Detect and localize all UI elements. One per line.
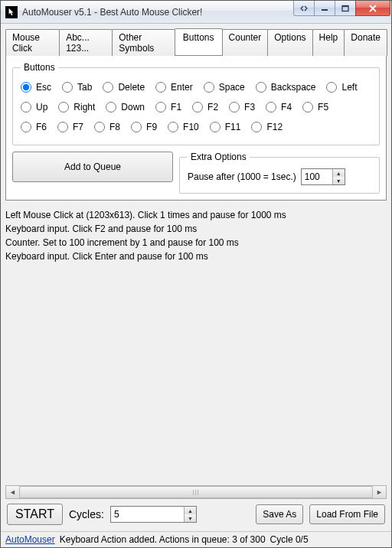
radio-esc[interactable]: Esc: [21, 82, 51, 93]
radio-input-space[interactable]: [204, 82, 214, 93]
queue-list: Left Mouse Click at (1203x613). Click 1 …: [5, 208, 387, 485]
radio-input-right[interactable]: [58, 102, 69, 113]
pause-spin-down[interactable]: ▼: [333, 177, 345, 184]
tab-mouse-click[interactable]: Mouse Click: [5, 29, 60, 56]
radio-f4[interactable]: F4: [266, 102, 292, 113]
queue-item[interactable]: Keyboard input. Click F2 and pause for 1…: [5, 222, 387, 236]
save-as-button[interactable]: Save As: [256, 504, 303, 524]
radio-input-f10[interactable]: [168, 122, 178, 132]
radio-f6[interactable]: F6: [21, 122, 47, 132]
radio-space[interactable]: Space: [204, 82, 245, 93]
buttons-radio-list: EscTabDeleteEnterSpaceBackspaceLeftUpRig…: [21, 77, 371, 137]
radio-f5[interactable]: F5: [302, 102, 328, 113]
status-cycle: Cycle 0/5: [270, 534, 309, 545]
radio-label: F8: [109, 122, 120, 132]
cycles-input[interactable]: [111, 507, 184, 522]
tab-other-symbols[interactable]: Other Symbols: [112, 29, 175, 56]
cycles-spinner[interactable]: ▲ ▼: [110, 506, 197, 523]
radio-f9[interactable]: F9: [131, 122, 157, 132]
radio-left[interactable]: Left: [326, 82, 357, 93]
app-window: AutoMouser v5.1 - Best Auto Mouse Clicke…: [0, 0, 392, 548]
radio-input-f6[interactable]: [21, 122, 31, 132]
load-from-file-button[interactable]: Load From File: [309, 504, 385, 524]
pause-spin-up[interactable]: ▲: [333, 169, 345, 177]
radio-input-backspace[interactable]: [256, 82, 266, 93]
radio-input-up[interactable]: [21, 102, 31, 113]
horizontal-scrollbar[interactable]: ◄ ►: [5, 485, 387, 499]
radio-input-f5[interactable]: [302, 102, 313, 113]
radio-delete[interactable]: Delete: [103, 82, 145, 93]
pause-after-label: Pause after (1000 = 1sec.): [188, 171, 296, 182]
tab-counter[interactable]: Counter: [222, 29, 269, 56]
pause-after-input[interactable]: [302, 169, 332, 184]
cycles-spin-down[interactable]: ▼: [185, 514, 196, 522]
radio-input-f2[interactable]: [192, 102, 203, 113]
status-message: Keyboard Action added. Actions in queue:…: [60, 534, 266, 545]
radio-input-f3[interactable]: [229, 102, 240, 113]
add-to-queue-button[interactable]: Add to Queue: [12, 152, 173, 182]
radio-input-tab[interactable]: [62, 82, 73, 93]
radio-f7[interactable]: F7: [57, 122, 83, 132]
radio-label: Up: [36, 102, 47, 113]
radio-input-esc[interactable]: [21, 82, 31, 93]
radio-f1[interactable]: F1: [155, 102, 181, 113]
minimize-button[interactable]: [314, 1, 335, 16]
scroll-left-arrow[interactable]: ◄: [6, 486, 19, 498]
tab-abc123[interactable]: Abc... 123...: [59, 29, 113, 56]
radio-input-f8[interactable]: [94, 122, 105, 132]
radio-input-f11[interactable]: [210, 122, 220, 132]
radio-f8[interactable]: F8: [94, 122, 120, 132]
tab-help[interactable]: Help: [312, 29, 345, 56]
close-button[interactable]: [355, 1, 390, 16]
radio-up[interactable]: Up: [21, 102, 47, 113]
scroll-right-arrow[interactable]: ►: [373, 486, 386, 498]
status-bar: AutoMouser Keyboard Action added. Action…: [1, 531, 391, 547]
radio-right[interactable]: Right: [58, 102, 95, 113]
radio-label: Backspace: [271, 82, 316, 93]
tab-donate[interactable]: Donate: [344, 29, 387, 56]
radio-label: F2: [207, 102, 218, 113]
radio-label: F12: [266, 122, 283, 132]
pause-after-spinner[interactable]: ▲ ▼: [301, 168, 345, 185]
client-area: Mouse Click Abc... 123... Other Symbols …: [1, 24, 391, 531]
queue-item[interactable]: Counter. Set to 100 increment by 1 and p…: [5, 236, 387, 250]
radio-input-f12[interactable]: [251, 122, 262, 132]
radio-label: F1: [171, 102, 181, 113]
automouser-link[interactable]: AutoMouser: [5, 534, 55, 545]
radio-label: Tab: [77, 82, 92, 93]
start-button[interactable]: START: [7, 504, 63, 525]
scroll-thumb[interactable]: [19, 486, 373, 498]
radio-input-delete[interactable]: [103, 82, 113, 93]
radio-label: F7: [73, 122, 83, 132]
radio-down[interactable]: Down: [106, 102, 145, 113]
radio-label: F4: [281, 102, 292, 113]
radio-input-f9[interactable]: [131, 122, 142, 132]
radio-enter[interactable]: Enter: [155, 82, 193, 93]
radio-label: Delete: [118, 82, 145, 93]
radio-backspace[interactable]: Backspace: [256, 82, 316, 93]
radio-label: F11: [225, 122, 241, 132]
radio-f3[interactable]: F3: [229, 102, 255, 113]
radio-input-f1[interactable]: [155, 102, 166, 113]
buttons-group: Buttons EscTabDeleteEnterSpaceBackspaceL…: [12, 62, 380, 145]
radio-tab[interactable]: Tab: [62, 82, 92, 93]
queue-item[interactable]: Left Mouse Click at (1203x613). Click 1 …: [5, 208, 387, 222]
queue-item[interactable]: Keyboard input. Click Enter and pause fo…: [5, 250, 387, 263]
radio-input-f4[interactable]: [266, 102, 276, 113]
radio-input-left[interactable]: [326, 82, 337, 93]
radio-input-down[interactable]: [106, 102, 116, 113]
radio-f11[interactable]: F11: [210, 122, 241, 132]
maximize-button[interactable]: [335, 1, 356, 16]
radio-input-f7[interactable]: [57, 122, 68, 132]
radio-f12[interactable]: F12: [251, 122, 283, 132]
radio-f2[interactable]: F2: [192, 102, 218, 113]
radio-f10[interactable]: F10: [168, 122, 199, 132]
radio-input-enter[interactable]: [155, 82, 166, 93]
radio-label: F10: [183, 122, 199, 132]
scroll-track[interactable]: [19, 486, 373, 498]
cycles-spin-up[interactable]: ▲: [185, 507, 196, 514]
help-button[interactable]: [293, 1, 315, 16]
tab-buttons[interactable]: Buttons: [175, 28, 223, 55]
tab-options[interactable]: Options: [267, 29, 312, 56]
buttons-group-legend: Buttons: [21, 62, 58, 73]
